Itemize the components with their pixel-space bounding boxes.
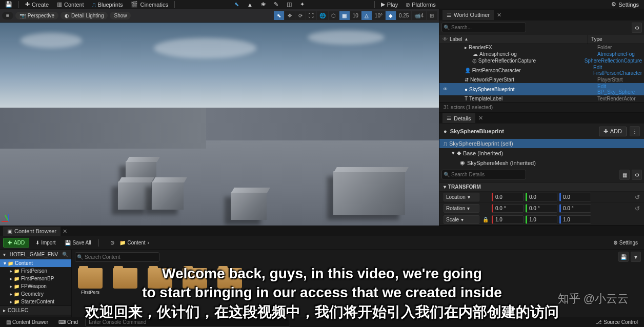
close-tab[interactable]: ✕: [497, 12, 501, 18]
outliner-row[interactable]: 👤FirstPersonCharacterEdit FirstPersonCha…: [439, 64, 644, 76]
close-tab[interactable]: ✕: [478, 115, 483, 121]
import-button[interactable]: ⬇Import: [32, 238, 58, 247]
tree-item[interactable]: ▸📁FirstPersonBP: [0, 275, 71, 282]
outliner-row[interactable]: 👁●SkySphereBlueprintEdit BP_Sky_Sphere: [439, 83, 644, 95]
brush-mode[interactable]: ✎: [271, 0, 281, 9]
translate-tool[interactable]: ✥: [285, 11, 295, 20]
coord-space[interactable]: 🌐: [317, 11, 328, 20]
scale-y[interactable]: [526, 215, 557, 224]
location-z[interactable]: [559, 193, 591, 201]
content-search[interactable]: [75, 252, 159, 262]
saveall-button[interactable]: 💾Save All: [62, 238, 94, 247]
scale-z[interactable]: [559, 215, 591, 224]
content-drawer-button[interactable]: ▤Content Drawer: [3, 318, 51, 326]
filter-button[interactable]: ▼: [631, 252, 641, 262]
outliner-row[interactable]: ▸RenderFXFolder: [439, 44, 644, 51]
component-root[interactable]: ⎍SkySphereBlueprint (self): [439, 139, 644, 148]
surface-snap[interactable]: ⬡: [329, 11, 339, 20]
perspective-dropdown[interactable]: 📷Perspective: [15, 12, 58, 19]
play-button[interactable]: ▶Play: [378, 0, 401, 9]
details-tab[interactable]: ☰Details: [442, 113, 475, 123]
add-component-button[interactable]: ✚ADD: [599, 127, 627, 136]
console-input[interactable]: [85, 318, 290, 326]
camera-speed[interactable]: 📹4: [412, 11, 426, 20]
tree-item[interactable]: ▸📁FirstPerson: [0, 267, 71, 275]
history-back[interactable]: ⊙: [107, 238, 117, 247]
maximize-viewport[interactable]: ⊞: [427, 11, 437, 20]
lock-scale[interactable]: 🔒: [481, 217, 490, 222]
reset-location[interactable]: ↺: [635, 194, 640, 201]
scale-tool[interactable]: ⛶: [306, 11, 316, 20]
rotation-y[interactable]: [526, 204, 557, 213]
source-control[interactable]: ⎇Source Control: [593, 318, 641, 326]
foliage-mode[interactable]: ❀: [258, 0, 269, 9]
add-button[interactable]: ✚ADD: [3, 238, 29, 248]
outliner-row[interactable]: TTemplateLabelTextRenderActor: [439, 95, 644, 102]
transform-section[interactable]: ▾TRANSFORM: [439, 182, 644, 191]
landscape-mode[interactable]: ▲: [244, 1, 256, 9]
mesh-mode[interactable]: ◫: [284, 0, 295, 9]
outliner-row[interactable]: ☁AtmosphericFogAtmosphericFog: [439, 51, 644, 57]
cinematics-button[interactable]: 🎬Cinematics: [128, 0, 171, 9]
settings-button[interactable]: ⚙Settings: [608, 0, 642, 9]
folder-item[interactable]: [180, 268, 209, 313]
save-button[interactable]: 💾: [2, 0, 15, 9]
outliner-search[interactable]: [441, 23, 526, 32]
label-column[interactable]: 👁Label▲: [439, 35, 588, 44]
location-x[interactable]: [492, 193, 524, 201]
scale-x[interactable]: [492, 215, 524, 224]
tree-item[interactable]: ▸📁Geometry: [0, 290, 71, 298]
outliner-filter[interactable]: ⚙: [632, 23, 642, 33]
grid-snap-value[interactable]: 10: [350, 11, 361, 20]
select-mode[interactable]: ⬉: [231, 0, 242, 9]
rotate-tool[interactable]: ⟳: [295, 11, 306, 20]
show-dropdown[interactable]: Show: [110, 12, 131, 19]
component-mesh[interactable]: ◉SkySphereMesh (Inherited): [439, 158, 644, 168]
default-section[interactable]: ▾DEFAULT: [439, 225, 644, 226]
rotation-z[interactable]: [559, 204, 591, 213]
collections-header[interactable]: ▸COLLEC: [0, 305, 71, 315]
outliner-row[interactable]: ⇵NetworkPlayerStartPlayerStart: [439, 76, 644, 83]
angle-snap-toggle[interactable]: △: [361, 11, 372, 20]
type-column[interactable]: Type: [588, 35, 644, 44]
search-icon[interactable]: 🔍: [62, 252, 68, 257]
tree-item[interactable]: ▸📁FPWeapon: [0, 282, 71, 290]
fracture-mode[interactable]: ✦: [297, 0, 308, 9]
grid-snap-toggle[interactable]: ▦: [339, 11, 350, 20]
folder-item[interactable]: [111, 268, 139, 313]
rotation-x[interactable]: [492, 204, 524, 213]
cmd-button[interactable]: ⌨Cmd: [55, 318, 81, 326]
folder-item[interactable]: FirstPers: [76, 268, 105, 313]
platforms-button[interactable]: ⎚Platforms: [403, 1, 438, 9]
outliner-tab[interactable]: ☰World Outliner: [442, 10, 494, 20]
3d-viewport[interactable]: [0, 23, 439, 226]
close-tab[interactable]: ✕: [63, 228, 67, 235]
scale-snap-toggle[interactable]: ◆: [386, 11, 396, 20]
reset-rotation[interactable]: ↺: [635, 205, 640, 212]
location-label[interactable]: Location▾: [444, 193, 479, 201]
content-browser-tab[interactable]: ▣Content Browser: [3, 227, 61, 236]
details-options[interactable]: ⋮: [630, 126, 640, 136]
angle-snap-value[interactable]: 10°: [372, 11, 385, 20]
blueprints-button[interactable]: ⎍Blueprints: [89, 1, 126, 9]
details-view[interactable]: ▦: [619, 170, 630, 180]
content-button[interactable]: ▥Content: [54, 0, 87, 9]
crumb-content[interactable]: Content: [128, 240, 146, 246]
component-base[interactable]: ▾◆Base (Inherited): [439, 148, 644, 158]
details-search[interactable]: [441, 170, 526, 179]
tree-item[interactable]: ▸📁StarterContent: [0, 298, 71, 305]
tree-item[interactable]: ▾📁Content: [0, 259, 71, 267]
select-tool[interactable]: ⬉: [274, 11, 284, 20]
folder-item[interactable]: [146, 268, 174, 313]
outliner-row[interactable]: ◎SphereReflectionCaptureSphereReflection…: [439, 57, 644, 64]
viewport-options[interactable]: ≡: [2, 12, 13, 19]
viewmode-dropdown[interactable]: ◐Detail Lighting: [61, 12, 108, 19]
scale-snap-value[interactable]: 0.25: [396, 11, 411, 20]
scale-label[interactable]: Scale▾: [444, 215, 479, 224]
rotation-label[interactable]: Rotation▾: [444, 204, 479, 213]
details-filter[interactable]: ⚙: [632, 170, 642, 180]
folder-item[interactable]: [215, 268, 244, 313]
location-y[interactable]: [526, 193, 557, 201]
cb-settings[interactable]: ⚙Settings: [610, 238, 641, 247]
create-button[interactable]: ✚Create: [22, 0, 52, 9]
